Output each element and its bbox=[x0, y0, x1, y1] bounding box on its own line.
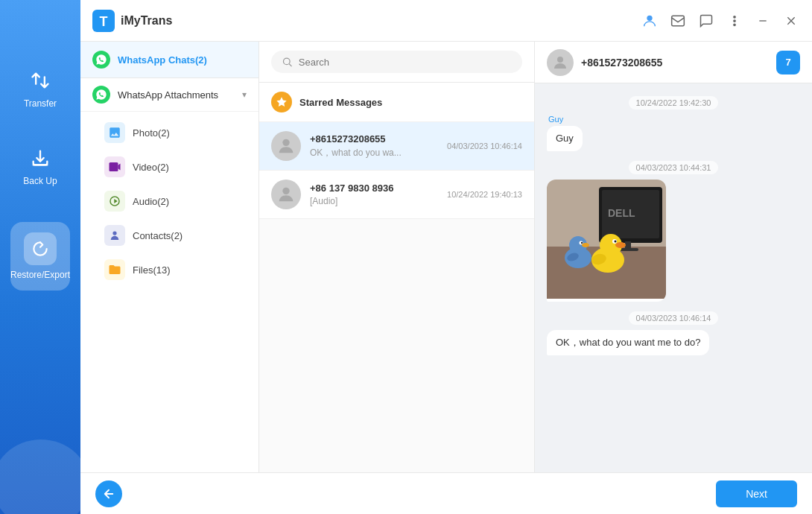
svg-point-14 bbox=[282, 139, 289, 146]
search-bar bbox=[259, 42, 534, 83]
search-icon bbox=[282, 56, 293, 68]
middle-panel: Starred Messages +8615273208655 OK，what … bbox=[259, 42, 535, 472]
restore-icon bbox=[24, 232, 57, 265]
msg-bubble-text: OK，what do you want me to do? bbox=[547, 330, 709, 355]
svg-text:T: T bbox=[100, 14, 108, 29]
svg-point-5 bbox=[734, 19, 735, 21]
close-icon[interactable] bbox=[782, 12, 800, 30]
chat-time-1: 10/24/2022 19:40:13 bbox=[447, 190, 522, 199]
bottom-bar: Next bbox=[80, 472, 812, 514]
audio-icon bbox=[104, 191, 125, 212]
mail-icon[interactable] bbox=[669, 12, 687, 30]
attachment-items: Photo(2) Video(2) Audio(2) bbox=[80, 112, 258, 291]
files-icon bbox=[104, 259, 125, 280]
next-button[interactable]: Next bbox=[716, 480, 797, 507]
starred-messages-row[interactable]: Starred Messages bbox=[259, 83, 534, 122]
chat-avatar-0 bbox=[271, 131, 301, 161]
attachments-header[interactable]: WhatsApp Attachments ▾ bbox=[80, 78, 258, 112]
msg-bubble-guy: Guy bbox=[547, 126, 583, 151]
chat-time-0: 04/03/2023 10:46:14 bbox=[447, 142, 522, 150]
app-logo: T bbox=[92, 10, 115, 32]
svg-point-4 bbox=[734, 16, 735, 17]
chat-header-avatar bbox=[547, 49, 574, 76]
msg-row-guy: Guy Guy bbox=[547, 115, 800, 151]
chat-calendar-icon[interactable]: 7 bbox=[776, 51, 800, 74]
chevron-down-icon: ▾ bbox=[242, 89, 247, 100]
svg-rect-22 bbox=[625, 241, 631, 249]
audio-label: Audio(2) bbox=[133, 196, 169, 207]
svg-point-11 bbox=[112, 231, 116, 235]
attachment-item-contacts[interactable]: Contacts(2) bbox=[86, 219, 253, 252]
svg-rect-3 bbox=[672, 16, 685, 25]
chat-name-0: +8615273208655 bbox=[310, 133, 447, 145]
msg-image-bubble: DELL bbox=[547, 180, 666, 302]
svg-point-2 bbox=[647, 15, 652, 20]
right-panel: +8615273208655 7 10/24/2022 19:42:30 Guy… bbox=[535, 42, 812, 472]
search-input[interactable] bbox=[299, 57, 512, 68]
chat-preview-0: OK，what do you wa... bbox=[310, 147, 447, 159]
svg-point-15 bbox=[282, 188, 289, 194]
files-label: Files(13) bbox=[133, 264, 171, 276]
duck-image: DELL bbox=[547, 180, 666, 299]
main-content: WhatsApp Chats(2) WhatsApp Attachments ▾… bbox=[80, 42, 812, 472]
minimize-icon[interactable] bbox=[754, 12, 772, 30]
sender-name-guy: Guy bbox=[548, 115, 583, 124]
chat-preview-1: [Audio] bbox=[310, 196, 447, 206]
timestamp-1: 04/03/2023 10:44:31 bbox=[547, 160, 800, 174]
chat-header-name: +8615273208655 bbox=[581, 57, 776, 69]
sidebar-item-restore[interactable]: Restore/Export bbox=[10, 222, 70, 291]
sidebar: Transfer Back Up Restore/Export bbox=[0, 0, 80, 514]
starred-messages-label: Starred Messages bbox=[299, 97, 382, 108]
svg-point-34 bbox=[615, 242, 626, 248]
chat-item-0[interactable]: +8615273208655 OK，what do you wa... 04/0… bbox=[259, 122, 534, 171]
sidebar-decoration bbox=[0, 440, 89, 514]
contacts-icon bbox=[104, 225, 125, 246]
search-input-wrap[interactable] bbox=[271, 51, 522, 73]
sidebar-item-transfer[interactable]: Transfer bbox=[10, 60, 70, 115]
left-panel: WhatsApp Chats(2) WhatsApp Attachments ▾… bbox=[80, 42, 259, 472]
chat-info-0: +8615273208655 OK，what do you wa... bbox=[310, 133, 447, 159]
attachments-icon bbox=[92, 86, 110, 104]
user-icon[interactable] bbox=[641, 12, 659, 30]
svg-point-6 bbox=[734, 24, 735, 25]
back-button[interactable] bbox=[95, 480, 122, 507]
attachment-item-files[interactable]: Files(13) bbox=[86, 253, 253, 286]
whatsapp-chats-header[interactable]: WhatsApp Chats(2) bbox=[80, 42, 258, 78]
menu-icon[interactable] bbox=[726, 12, 743, 30]
svg-point-12 bbox=[283, 58, 290, 65]
star-icon bbox=[271, 92, 292, 112]
backup-icon bbox=[25, 143, 55, 173]
timestamp-0: 10/24/2022 19:42:30 bbox=[547, 95, 800, 109]
titlebar: T iMyTrans bbox=[80, 0, 812, 42]
backup-label: Back Up bbox=[23, 176, 57, 186]
photo-icon bbox=[104, 122, 125, 143]
sidebar-item-backup[interactable]: Back Up bbox=[10, 137, 70, 192]
video-label: Video(2) bbox=[133, 162, 169, 173]
video-icon bbox=[104, 156, 125, 177]
msg-content-guy: Guy Guy bbox=[547, 115, 583, 151]
attachment-item-audio[interactable]: Audio(2) bbox=[86, 185, 253, 218]
msg-row-image: DELL bbox=[547, 180, 800, 302]
messages-area: 10/24/2022 19:42:30 Guy Guy 04/03/2023 1… bbox=[535, 83, 812, 472]
whatsapp-chats-label: WhatsApp Chats(2) bbox=[118, 54, 207, 66]
app-title: iMyTrans bbox=[121, 14, 172, 28]
svg-text:DELL: DELL bbox=[608, 207, 635, 219]
chat-info-1: +86 137 9830 8936 [Audio] bbox=[310, 183, 447, 206]
chat-item-1[interactable]: +86 137 9830 8936 [Audio] 10/24/2022 19:… bbox=[259, 171, 534, 219]
attachments-label: WhatsApp Attachments bbox=[118, 89, 242, 101]
svg-point-16 bbox=[557, 57, 563, 63]
chat-list: +8615273208655 OK，what do you wa... 04/0… bbox=[259, 122, 534, 472]
attachment-item-video[interactable]: Video(2) bbox=[86, 150, 253, 183]
photo-label: Photo(2) bbox=[133, 127, 170, 139]
titlebar-icons bbox=[641, 12, 800, 30]
whatsapp-chats-icon bbox=[92, 51, 110, 69]
chat-badge-count: 7 bbox=[785, 57, 790, 68]
svg-point-27 bbox=[581, 242, 583, 244]
msg-row-text: OK，what do you want me to do? bbox=[547, 330, 800, 355]
svg-point-28 bbox=[582, 243, 589, 247]
chat-icon[interactable] bbox=[697, 12, 715, 30]
timestamp-2: 04/03/2023 10:46:14 bbox=[547, 311, 800, 324]
chat-avatar-1 bbox=[271, 180, 301, 209]
attachment-item-photo[interactable]: Photo(2) bbox=[86, 116, 253, 149]
svg-line-13 bbox=[289, 64, 291, 66]
